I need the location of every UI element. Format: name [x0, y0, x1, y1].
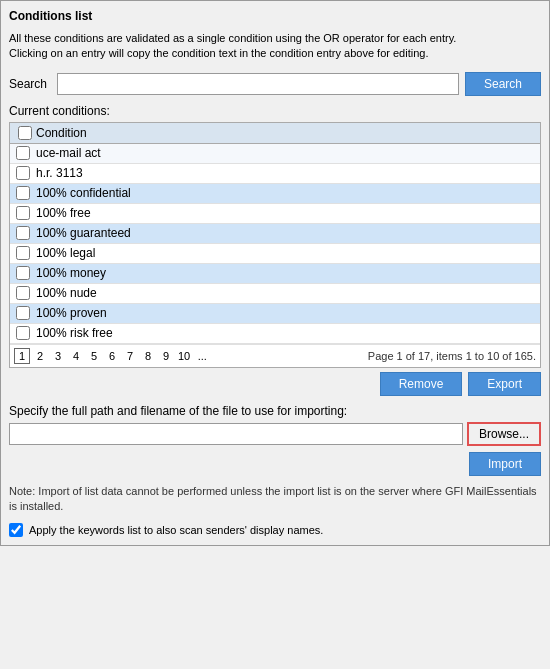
- row-condition-text: 100% free: [36, 206, 536, 220]
- header-checkbox-col: [14, 126, 36, 140]
- table-row[interactable]: 100% money: [10, 264, 540, 284]
- export-button[interactable]: Export: [468, 372, 541, 396]
- page-number-3[interactable]: 3: [50, 348, 66, 364]
- table-row[interactable]: 100% legal: [10, 244, 540, 264]
- page-info: Page 1 of 17, items 1 to 10 of 165.: [368, 350, 536, 362]
- page-number-2[interactable]: 2: [32, 348, 48, 364]
- footer-checkbox[interactable]: [9, 523, 23, 537]
- row-condition-text: 100% money: [36, 266, 536, 280]
- row-condition-text: 100% proven: [36, 306, 536, 320]
- row-check-col: [14, 226, 36, 240]
- conditions-list-window: Conditions list All these conditions are…: [0, 0, 550, 546]
- page-number-5[interactable]: 5: [86, 348, 102, 364]
- row-check-col: [14, 306, 36, 320]
- description-text: All these conditions are validated as a …: [9, 31, 541, 62]
- import-path-input[interactable]: [9, 423, 463, 445]
- row-check-col: [14, 286, 36, 300]
- row-check-col: [14, 206, 36, 220]
- header-condition-label: Condition: [36, 126, 536, 140]
- table-row[interactable]: uce-mail act: [10, 144, 540, 164]
- import-row: Browse...: [9, 422, 541, 446]
- row-checkbox[interactable]: [16, 146, 30, 160]
- table-row[interactable]: 100% nude: [10, 284, 540, 304]
- page-number-7[interactable]: 7: [122, 348, 138, 364]
- table-row[interactable]: 100% confidential: [10, 184, 540, 204]
- page-number-9[interactable]: 9: [158, 348, 174, 364]
- row-checkbox[interactable]: [16, 206, 30, 220]
- row-checkbox[interactable]: [16, 186, 30, 200]
- pagination-row: 12345678910... Page 1 of 17, items 1 to …: [10, 344, 540, 367]
- page-number-4[interactable]: 4: [68, 348, 84, 364]
- table-row[interactable]: 100% proven: [10, 304, 540, 324]
- row-checkbox[interactable]: [16, 246, 30, 260]
- table-row[interactable]: 100% risk free: [10, 324, 540, 344]
- table-row[interactable]: 100% free: [10, 204, 540, 224]
- row-checkbox[interactable]: [16, 286, 30, 300]
- row-check-col: [14, 166, 36, 180]
- page-number-8[interactable]: 8: [140, 348, 156, 364]
- page-number-1[interactable]: 1: [14, 348, 30, 364]
- table-body: uce-mail act h.r. 3113 100% confidential…: [10, 144, 540, 344]
- current-conditions-label: Current conditions:: [9, 104, 541, 118]
- row-condition-text: 100% risk free: [36, 326, 536, 340]
- row-check-col: [14, 186, 36, 200]
- table-row[interactable]: 100% guaranteed: [10, 224, 540, 244]
- page-number-10[interactable]: 10: [176, 348, 192, 364]
- action-buttons: Remove Export: [9, 372, 541, 396]
- conditions-table: Condition uce-mail act h.r. 3113 100% co…: [9, 122, 541, 368]
- note-text: Note: Import of list data cannot be perf…: [9, 484, 541, 515]
- row-condition-text: 100% nude: [36, 286, 536, 300]
- row-check-col: [14, 266, 36, 280]
- page-number-6[interactable]: 6: [104, 348, 120, 364]
- remove-button[interactable]: Remove: [380, 372, 463, 396]
- row-condition-text: 100% legal: [36, 246, 536, 260]
- table-row[interactable]: h.r. 3113: [10, 164, 540, 184]
- row-check-col: [14, 146, 36, 160]
- row-checkbox[interactable]: [16, 166, 30, 180]
- row-condition-text: 100% confidential: [36, 186, 536, 200]
- row-condition-text: 100% guaranteed: [36, 226, 536, 240]
- page-ellipsis: ...: [194, 348, 210, 364]
- footer-checkbox-label: Apply the keywords list to also scan sen…: [29, 524, 323, 536]
- row-condition-text: h.r. 3113: [36, 166, 536, 180]
- row-checkbox[interactable]: [16, 226, 30, 240]
- import-label: Specify the full path and filename of th…: [9, 404, 541, 418]
- table-header: Condition: [10, 123, 540, 144]
- search-button[interactable]: Search: [465, 72, 541, 96]
- header-checkbox[interactable]: [18, 126, 32, 140]
- row-checkbox[interactable]: [16, 326, 30, 340]
- search-row: Search Search: [9, 72, 541, 96]
- window-title: Conditions list: [9, 9, 541, 23]
- footer-checkbox-row: Apply the keywords list to also scan sen…: [9, 523, 541, 537]
- row-check-col: [14, 246, 36, 260]
- page-numbers: 12345678910...: [14, 348, 210, 364]
- import-button[interactable]: Import: [469, 452, 541, 476]
- search-label: Search: [9, 77, 51, 91]
- row-check-col: [14, 326, 36, 340]
- browse-button[interactable]: Browse...: [467, 422, 541, 446]
- import-btn-row: Import: [9, 452, 541, 476]
- search-input[interactable]: [57, 73, 459, 95]
- row-checkbox[interactable]: [16, 266, 30, 280]
- row-condition-text: uce-mail act: [36, 146, 536, 160]
- row-checkbox[interactable]: [16, 306, 30, 320]
